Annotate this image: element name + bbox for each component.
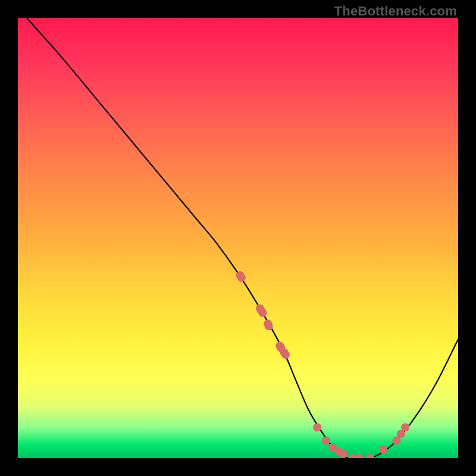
- watermark-text: TheBottleneck.com: [334, 4, 457, 19]
- scatter-point: [237, 274, 246, 282]
- scatter-point: [322, 436, 330, 444]
- chart-area: [18, 18, 458, 458]
- scatter-point: [281, 350, 290, 359]
- scatter-point: [401, 423, 409, 431]
- scatter-point: [258, 309, 267, 317]
- scatter-point: [340, 450, 348, 458]
- scatter-point: [265, 322, 273, 330]
- bottleneck-curve: [27, 18, 458, 458]
- scatter-point: [355, 454, 364, 458]
- chart-svg: [18, 18, 458, 458]
- scatter-point: [379, 445, 387, 453]
- scatter-point: [313, 423, 321, 431]
- scatter-point: [366, 454, 374, 458]
- scatter-points: [236, 271, 410, 458]
